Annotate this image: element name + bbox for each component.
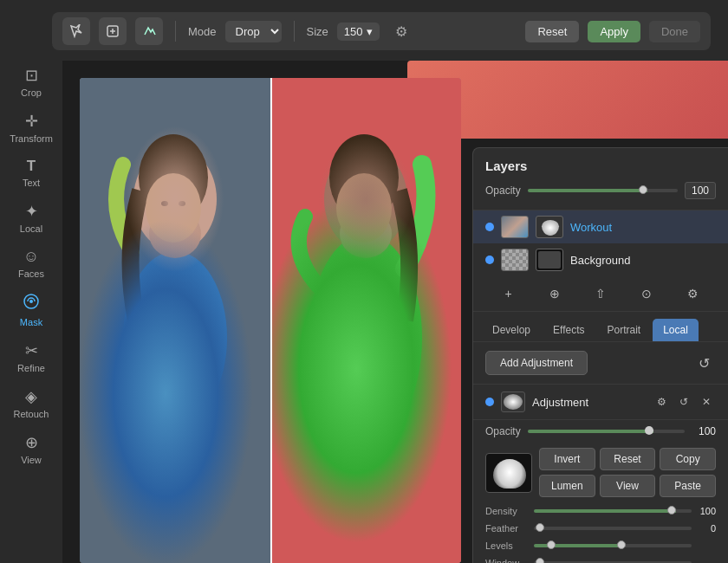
layers-panel: Layers Opacity 100 Workout Background +	[472, 147, 728, 563]
levels-thumb-2	[547, 540, 556, 549]
sidebar-item-faces[interactable]: ☺ Faces	[5, 243, 57, 284]
settings-gear-icon[interactable]: ⚙	[388, 18, 414, 44]
feather-slider[interactable]	[534, 527, 692, 530]
mode-dropdown[interactable]: Drop	[225, 21, 282, 42]
sidebar-item-view[interactable]: ⊕ View	[5, 428, 57, 470]
svg-point-8	[146, 173, 201, 243]
retouch-icon: ◈	[25, 387, 37, 406]
paste-button[interactable]: Paste	[660, 475, 716, 497]
crop-icon: ⊡	[25, 66, 38, 85]
tab-develop[interactable]: Develop	[482, 319, 541, 341]
layer-mask-background	[536, 249, 563, 271]
adjustment-close-button[interactable]: ✕	[697, 392, 716, 411]
chevron-down-icon: ▾	[367, 25, 373, 38]
layer-add-button[interactable]: +	[497, 282, 521, 306]
toolbar-icon-3[interactable]	[135, 17, 163, 45]
refine-icon: ✂	[25, 341, 38, 360]
toolbar-icon-2[interactable]	[99, 17, 127, 45]
adjustment-section: Adjustment ⚙ ↺ ✕ Opacity 100	[473, 385, 728, 563]
tab-bar: Develop Effects Portrait Local	[473, 312, 728, 342]
svg-point-9	[161, 201, 168, 206]
svg-point-7	[139, 134, 208, 221]
sidebar-item-crop[interactable]: ⊡ Crop	[5, 61, 57, 103]
svg-point-2	[29, 300, 33, 303]
adjustment-dot	[485, 398, 494, 406]
layer-merge-button[interactable]: ⇧	[588, 282, 613, 306]
feather-slider-row: Feather 0	[485, 523, 716, 534]
svg-point-10	[179, 201, 185, 206]
layer-duplicate-button[interactable]: ⊕	[543, 282, 567, 306]
density-thumb	[667, 506, 676, 514]
layer-name-workout: Workout	[570, 221, 716, 234]
svg-point-6	[149, 210, 201, 258]
adjustment-gear-icon[interactable]: ⚙	[652, 392, 671, 411]
adj-opacity-label: Opacity	[485, 425, 521, 437]
apply-button[interactable]: Apply	[588, 21, 640, 42]
left-sidebar: ⊡ Crop ✛ Transform T Text ✦ Local ☺ Face…	[0, 0, 62, 563]
invert-button[interactable]: Invert	[539, 448, 595, 470]
sidebar-item-refine[interactable]: ✂ Refine	[5, 336, 57, 379]
layer-settings-button[interactable]: ⚙	[680, 282, 705, 306]
sidebar-item-text[interactable]: T Text	[5, 152, 57, 193]
tab-portrait[interactable]: Portrait	[597, 319, 652, 341]
add-adjustment-row: Add Adjustment ↺	[473, 342, 728, 385]
svg-rect-11	[270, 78, 461, 563]
opacity-label: Opacity	[485, 184, 521, 197]
tab-local[interactable]: Local	[653, 319, 699, 341]
photo-divider	[270, 78, 272, 563]
tab-effects[interactable]: Effects	[543, 319, 595, 341]
sidebar-item-local[interactable]: ✦ Local	[5, 197, 57, 239]
layer-dot-workout	[485, 223, 494, 231]
opacity-slider[interactable]	[528, 189, 678, 192]
svg-point-12	[324, 147, 407, 251]
sidebar-item-label: Retouch	[14, 409, 49, 419]
adj-opacity-value: 100	[692, 425, 716, 437]
reset-button[interactable]: Reset	[525, 21, 579, 42]
sidebar-item-transform[interactable]: ✛ Transform	[5, 107, 57, 149]
feather-thumb	[536, 523, 544, 532]
layer-item-background[interactable]: Background	[473, 243, 728, 276]
levels-thumb-1	[617, 540, 626, 549]
canvas-area: Layers Opacity 100 Workout Background +	[62, 61, 728, 563]
size-label: Size	[307, 25, 328, 38]
layer-name-background: Background	[570, 254, 716, 267]
add-adjustment-button[interactable]: Add Adjustment	[485, 351, 588, 375]
adjustment-thumbnail	[501, 392, 525, 412]
mask-preview-thumbnail	[485, 453, 532, 493]
sidebar-item-label: Text	[23, 178, 40, 188]
mask-btn-row-1: Invert Reset Copy	[539, 448, 716, 470]
sidebar-item-label: Faces	[18, 269, 44, 279]
layer-blend-button[interactable]: ⊙	[634, 282, 659, 306]
window-thumb	[536, 558, 544, 563]
sidebar-item-label: Transform	[10, 133, 53, 144]
photo-masked-half	[270, 78, 461, 563]
undo-button[interactable]: ↺	[692, 351, 716, 375]
svg-point-15	[329, 134, 399, 221]
view-button[interactable]: View	[600, 475, 656, 497]
adjustment-opacity-row: Opacity 100	[473, 420, 728, 443]
svg-point-14	[340, 210, 392, 258]
sidebar-item-mask[interactable]: Mask	[5, 288, 57, 333]
density-slider[interactable]	[534, 509, 692, 513]
adj-opacity-slider[interactable]	[528, 430, 685, 433]
sidebar-item-label: View	[21, 455, 42, 465]
sidebar-item-retouch[interactable]: ◈ Retouch	[5, 382, 57, 424]
feather-value: 0	[699, 523, 716, 534]
text-icon: T	[27, 158, 36, 175]
adjustment-undo-button[interactable]: ↺	[674, 392, 693, 411]
opacity-value[interactable]: 100	[685, 182, 716, 199]
layer-dot-background	[485, 256, 494, 264]
density-label: Density	[485, 506, 527, 516]
density-slider-row: Density 100	[485, 506, 716, 516]
levels-slider-row: Levels	[485, 540, 716, 551]
levels-slider[interactable]	[534, 544, 692, 547]
mode-label: Mode	[188, 25, 217, 38]
mask-reset-button[interactable]: Reset	[600, 448, 656, 470]
copy-button[interactable]: Copy	[660, 448, 716, 470]
opacity-thumb	[639, 185, 647, 194]
layer-thumbnail-workout	[501, 216, 529, 238]
layers-title: Layers	[485, 159, 716, 173]
toolbar-icon-1[interactable]	[62, 17, 90, 45]
layer-item-workout[interactable]: Workout	[473, 210, 728, 243]
lumen-button[interactable]: Lumen	[539, 475, 595, 497]
